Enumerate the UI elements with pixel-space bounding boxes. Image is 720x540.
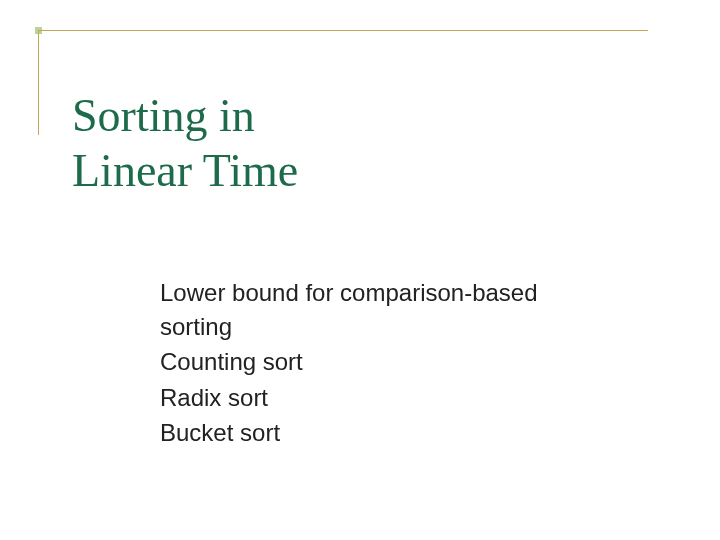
- subtitle-item: Counting sort: [160, 345, 610, 379]
- subtitle-item: Radix sort: [160, 381, 610, 415]
- slide-title: Sorting in Linear Time: [72, 88, 298, 198]
- subtitle-item: Lower bound for comparison-based sorting: [160, 276, 610, 343]
- subtitle-item: Bucket sort: [160, 416, 610, 450]
- subtitle-list: Lower bound for comparison-based sorting…: [160, 276, 610, 452]
- title-line-2: Linear Time: [72, 143, 298, 198]
- title-line-1: Sorting in: [72, 88, 298, 143]
